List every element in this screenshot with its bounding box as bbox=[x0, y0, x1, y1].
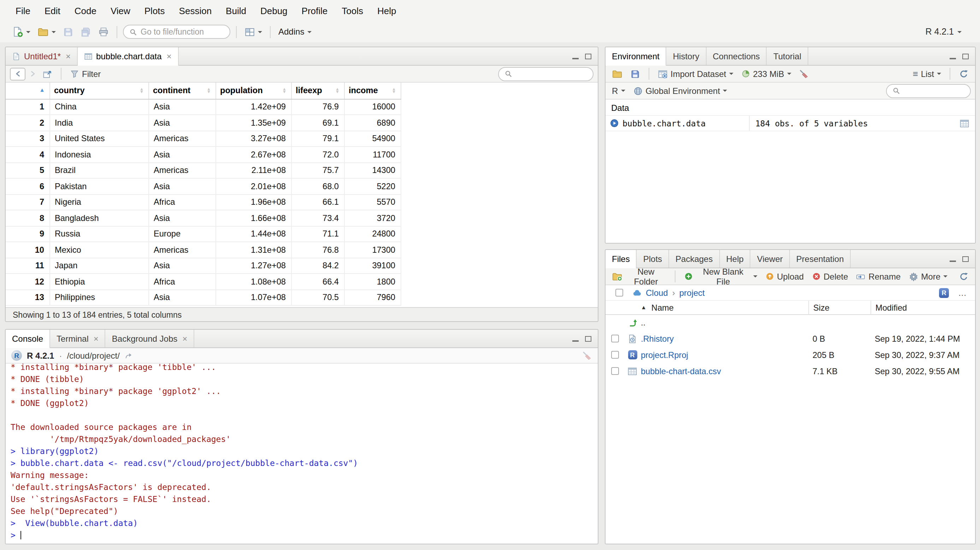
column-header-income[interactable]: income▲▼ bbox=[344, 82, 401, 99]
environment-search-input[interactable] bbox=[904, 87, 964, 95]
tab-bubble-chart-data[interactable]: bubble.chart.data × bbox=[78, 47, 179, 66]
view-data-icon[interactable] bbox=[959, 118, 969, 128]
print-button[interactable] bbox=[96, 25, 111, 38]
parent-directory-label[interactable]: .. bbox=[641, 318, 646, 328]
file-row[interactable]: .Rhistory 0 B Sep 19, 2022, 1:44 PM bbox=[606, 330, 975, 347]
column-header-lifeexp[interactable]: lifeexp▲▼ bbox=[291, 82, 344, 99]
menu-debug[interactable]: Debug bbox=[253, 5, 294, 16]
new-folder-button[interactable]: New Folder bbox=[610, 265, 669, 288]
file-checkbox[interactable] bbox=[611, 351, 619, 359]
table-row[interactable]: 4IndonesiaAsia2.67e+0872.011700 bbox=[6, 146, 401, 162]
env-object-row[interactable]: bubble.chart.data 184 obs. of 5 variable… bbox=[606, 115, 975, 131]
more-options-icon[interactable]: … bbox=[958, 288, 967, 298]
maximize-pane-icon[interactable] bbox=[585, 336, 592, 341]
table-search-box[interactable] bbox=[498, 67, 593, 81]
workspace-panes-button[interactable] bbox=[242, 25, 264, 38]
menu-code[interactable]: Code bbox=[67, 5, 103, 16]
save-button[interactable] bbox=[61, 25, 76, 38]
minimize-pane-icon[interactable] bbox=[572, 58, 579, 59]
tab-presentation[interactable]: Presentation bbox=[790, 250, 851, 268]
tab-tutorial[interactable]: Tutorial bbox=[767, 47, 808, 65]
forward-button[interactable] bbox=[29, 70, 37, 78]
table-row[interactable]: 6PakistanAsia2.01e+0868.05220 bbox=[6, 178, 401, 194]
upload-button[interactable]: Upload bbox=[763, 270, 806, 283]
new-blank-file-button[interactable]: New Blank File bbox=[682, 265, 759, 288]
column-header-population[interactable]: population▲▼ bbox=[215, 82, 291, 99]
refresh-environment-button[interactable] bbox=[957, 67, 971, 80]
close-tab-icon[interactable]: × bbox=[182, 334, 187, 344]
delete-button[interactable]: Delete bbox=[809, 270, 850, 283]
file-link[interactable]: bubble-chart-data.csv bbox=[641, 366, 721, 376]
console-body[interactable]: * installing *binary* package 'tibble' .… bbox=[6, 364, 598, 544]
close-tab-icon[interactable]: × bbox=[94, 334, 99, 344]
breadcrumb-project-link[interactable]: project bbox=[679, 288, 705, 298]
new-file-button[interactable] bbox=[10, 25, 32, 39]
select-all-checkbox[interactable] bbox=[615, 289, 623, 296]
menu-tools[interactable]: Tools bbox=[334, 5, 370, 16]
column-header-country[interactable]: country▲▼ bbox=[49, 82, 148, 99]
menu-file[interactable]: File bbox=[8, 5, 37, 16]
tab-environment[interactable]: Environment bbox=[606, 47, 667, 66]
close-tab-icon[interactable]: × bbox=[66, 51, 71, 61]
file-row[interactable]: R project.Rproj 205 B Sep 30, 2022, 9:37… bbox=[606, 347, 975, 363]
table-row[interactable]: 1ChinaAsia1.42e+0976.916000 bbox=[6, 99, 401, 115]
load-workspace-button[interactable] bbox=[610, 67, 625, 81]
tab-terminal[interactable]: Terminal× bbox=[50, 330, 106, 347]
save-workspace-button[interactable] bbox=[628, 67, 642, 80]
tab-console[interactable]: Console bbox=[6, 330, 50, 348]
share-arrow-icon[interactable] bbox=[125, 351, 133, 360]
addins-button[interactable]: Addins bbox=[276, 25, 313, 38]
table-row[interactable]: 9RussiaEurope1.44e+0871.124800 bbox=[6, 226, 401, 242]
file-checkbox[interactable] bbox=[611, 367, 619, 375]
r-version-menu[interactable]: R 4.2.1 bbox=[925, 27, 970, 37]
menu-profile[interactable]: Profile bbox=[294, 5, 335, 16]
clear-objects-button[interactable] bbox=[797, 67, 811, 80]
file-link[interactable]: .Rhistory bbox=[641, 334, 674, 344]
menu-view[interactable]: View bbox=[103, 5, 137, 16]
table-row[interactable]: 3United StatesAmericas3.27e+0879.154900 bbox=[6, 131, 401, 146]
table-row[interactable]: 13PhilippinesAsia1.07e+0870.57960 bbox=[6, 290, 401, 305]
tab-untitled1[interactable]: Untitled1* × bbox=[6, 47, 78, 65]
table-row[interactable]: 12EthiopiaAfrica1.08e+0866.41800 bbox=[6, 274, 401, 290]
open-file-button[interactable] bbox=[35, 25, 58, 39]
import-dataset-button[interactable]: Import Dataset bbox=[656, 67, 735, 80]
column-header-rownum[interactable]: ▲ bbox=[6, 82, 49, 99]
memory-usage-button[interactable]: 233 MiB bbox=[739, 67, 793, 80]
column-header-continent[interactable]: continent▲▼ bbox=[148, 82, 215, 99]
list-view-button[interactable]: ≡List bbox=[910, 67, 943, 80]
more-button[interactable]: More bbox=[906, 270, 950, 283]
table-row[interactable]: 8BangladeshAsia1.66e+0873.43720 bbox=[6, 210, 401, 226]
menu-edit[interactable]: Edit bbox=[37, 5, 67, 16]
global-environment-dropdown[interactable]: Global Environment bbox=[631, 84, 729, 97]
minimize-pane-icon[interactable] bbox=[950, 58, 956, 59]
close-tab-icon[interactable]: × bbox=[167, 52, 172, 62]
table-row[interactable]: 11JapanAsia1.27e+0884.239100 bbox=[6, 258, 401, 274]
maximize-pane-icon[interactable] bbox=[585, 53, 592, 59]
menu-help[interactable]: Help bbox=[370, 5, 403, 16]
files-sort-modified[interactable]: Modified bbox=[870, 301, 975, 314]
files-sort-name[interactable]: ▲Name bbox=[641, 301, 808, 314]
maximize-pane-icon[interactable] bbox=[963, 53, 969, 59]
goto-file-box[interactable] bbox=[123, 25, 230, 39]
file-checkbox[interactable] bbox=[611, 334, 619, 342]
table-row[interactable]: 2IndiaAsia1.35e+0969.16890 bbox=[6, 115, 401, 131]
files-sort-size[interactable]: Size bbox=[808, 301, 870, 314]
menu-build[interactable]: Build bbox=[219, 5, 253, 16]
expand-object-icon[interactable] bbox=[610, 119, 619, 128]
environment-search-box[interactable] bbox=[886, 84, 971, 98]
back-button[interactable] bbox=[10, 67, 25, 80]
minimize-pane-icon[interactable] bbox=[572, 340, 579, 342]
file-row[interactable]: bubble-chart-data.csv 7.1 KB Sep 30, 202… bbox=[606, 363, 975, 379]
file-link[interactable]: project.Rproj bbox=[641, 350, 688, 360]
tab-connections[interactable]: Connections bbox=[706, 47, 767, 65]
rename-button[interactable]: Rename bbox=[854, 270, 903, 283]
table-row[interactable]: 10MexicoAmericas1.31e+0876.817300 bbox=[6, 242, 401, 258]
table-row[interactable]: 5BrazilAmericas2.11e+0875.714300 bbox=[6, 162, 401, 178]
maximize-pane-icon[interactable] bbox=[963, 256, 969, 262]
tab-history[interactable]: History bbox=[667, 47, 706, 65]
popout-button[interactable] bbox=[40, 67, 54, 80]
clear-console-icon[interactable] bbox=[582, 350, 592, 360]
filter-button[interactable]: Filter bbox=[68, 67, 103, 80]
parent-directory-row[interactable]: .. bbox=[606, 315, 975, 330]
tab-files[interactable]: Files bbox=[606, 250, 637, 268]
